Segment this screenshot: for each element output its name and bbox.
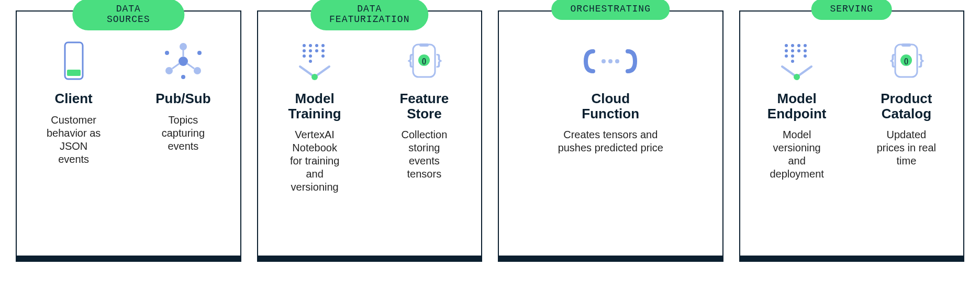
items-row: Client Customer behavior as JSON events (25, 38, 232, 166)
svg-point-15 (309, 44, 312, 47)
svg-text:}: } (436, 51, 442, 68)
svg-point-38 (791, 49, 794, 52)
svg-point-42 (797, 49, 800, 52)
model-training-icon (294, 38, 336, 85)
svg-text:{: { (890, 51, 896, 68)
svg-point-39 (791, 54, 794, 58)
item-title: Cloud Function (582, 91, 639, 121)
stage-pill: DATA SOURCES (73, 0, 184, 30)
stage-serving: SERVING Model Endpoint Model versioning … (739, 10, 965, 262)
item-model-training: Model Training VertexAI Notebook for tra… (266, 38, 363, 194)
svg-point-41 (797, 44, 800, 47)
svg-rect-1 (67, 70, 81, 76)
svg-point-3 (180, 43, 187, 50)
item-title: Model Endpoint (767, 91, 827, 121)
item-desc: Creates tensors and pushes predicted pri… (558, 128, 663, 154)
svg-rect-48 (901, 43, 911, 47)
client-icon (61, 38, 87, 85)
svg-point-7 (197, 51, 202, 55)
items-row: Model Training VertexAI Notebook for tra… (266, 38, 473, 194)
svg-point-17 (309, 54, 312, 58)
svg-line-11 (187, 63, 194, 69)
item-title: Model Training (288, 91, 341, 121)
items-row: Model Endpoint Model versioning and depl… (749, 38, 955, 181)
item-feature-store: { } () Feature Store Collection storing … (376, 38, 473, 194)
svg-point-16 (309, 49, 312, 52)
stage-data-featurization: DATA FEATURIZATION Model Training Vertex… (257, 10, 483, 262)
items-row: Cloud Function Creates tensors and pushe… (507, 38, 714, 154)
item-pubsub: Pub/Sub Topics capturing events (135, 38, 231, 166)
stage-pill: ORCHESTRATING (552, 0, 670, 20)
svg-point-37 (791, 44, 794, 47)
svg-point-5 (194, 67, 201, 74)
svg-text:(): () (904, 57, 908, 64)
svg-point-24 (311, 74, 318, 80)
item-product-catalog: { } () Product Catalog Updated prices in… (858, 38, 955, 181)
svg-rect-26 (419, 43, 429, 47)
svg-text:{: { (408, 51, 414, 68)
svg-point-18 (309, 60, 312, 63)
stage-pill: SERVING (811, 0, 892, 20)
item-title: Feature Store (399, 91, 449, 121)
svg-point-23 (321, 54, 325, 58)
stage-pill: DATA FEATURIZATION (310, 0, 428, 30)
model-endpoint-icon (776, 38, 818, 85)
item-model-endpoint: Model Endpoint Model versioning and depl… (749, 38, 845, 181)
svg-point-19 (315, 44, 318, 47)
svg-point-45 (804, 54, 807, 58)
svg-point-20 (315, 49, 318, 52)
stage-data-sources: DATA SOURCES Client Customer behavior as… (16, 10, 241, 262)
svg-point-36 (785, 54, 788, 58)
item-title: Pub/Sub (155, 91, 210, 106)
svg-point-43 (804, 44, 807, 47)
item-title: Product Catalog (881, 91, 932, 121)
svg-point-6 (165, 51, 169, 55)
item-cloud-function: Cloud Function Creates tensors and pushe… (507, 38, 714, 154)
svg-point-40 (791, 60, 794, 63)
item-desc: Model versioning and deployment (770, 128, 823, 181)
svg-point-46 (794, 74, 800, 80)
svg-point-44 (804, 49, 807, 52)
stage-orchestrating: ORCHESTRATING Cloud Function Creates ten… (498, 10, 723, 262)
svg-point-4 (165, 67, 173, 74)
svg-text:}: } (918, 51, 924, 68)
svg-point-14 (303, 54, 306, 58)
item-client: Client Customer behavior as JSON events (25, 38, 122, 166)
feature-store-icon: { } () (400, 38, 448, 85)
item-title: Client (55, 91, 93, 106)
svg-point-34 (785, 44, 788, 47)
item-desc: Collection storing events tensors (401, 128, 447, 181)
item-desc: Updated prices in real time (877, 128, 936, 168)
item-desc: Customer behavior as JSON events (47, 114, 101, 166)
product-catalog-icon: { } () (883, 38, 930, 85)
svg-point-22 (321, 49, 325, 52)
svg-point-13 (303, 49, 306, 52)
svg-point-31 (602, 59, 606, 63)
svg-point-2 (179, 57, 188, 66)
svg-point-21 (321, 44, 325, 47)
svg-point-8 (181, 75, 185, 79)
svg-text:(): () (422, 57, 426, 64)
svg-point-33 (615, 59, 619, 63)
cloud-function-icon (582, 38, 639, 85)
svg-point-35 (785, 49, 788, 52)
item-desc: Topics capturing events (162, 114, 205, 153)
item-desc: VertexAI Notebook for training and versi… (290, 128, 340, 194)
svg-point-12 (303, 44, 306, 47)
svg-line-10 (172, 63, 180, 69)
svg-point-32 (608, 59, 612, 63)
pubsub-icon (160, 38, 207, 85)
